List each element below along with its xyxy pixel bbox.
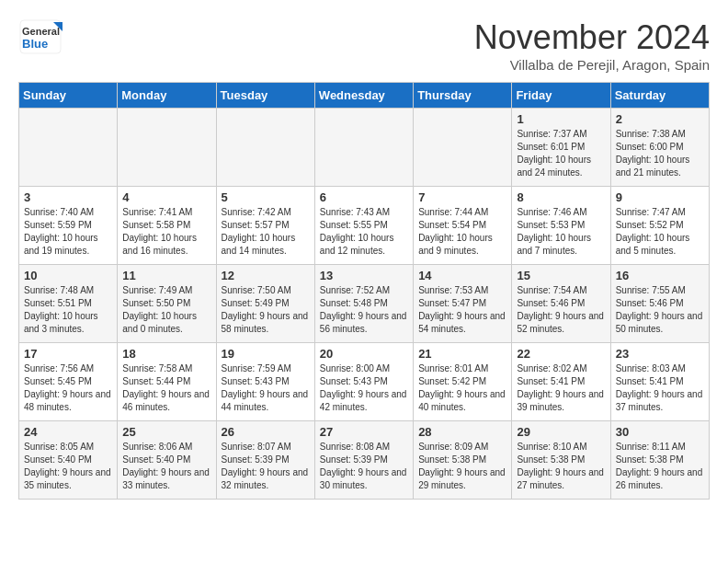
day-info: Sunrise: 8:08 AM Sunset: 5:39 PM Dayligh… [320, 441, 408, 492]
page-header: General Blue November 2024 Villalba de P… [18, 18, 710, 73]
weekday-header-monday: Monday [118, 83, 216, 109]
day-number: 28 [418, 425, 506, 439]
day-info: Sunrise: 8:10 AM Sunset: 5:38 PM Dayligh… [517, 441, 605, 492]
weekday-header-wednesday: Wednesday [314, 83, 413, 109]
day-info: Sunrise: 8:00 AM Sunset: 5:43 PM Dayligh… [320, 362, 408, 414]
calendar-cell-w4-d1: 17Sunrise: 7:56 AM Sunset: 5:45 PM Dayli… [19, 343, 118, 421]
weekday-header-friday: Friday [512, 83, 610, 109]
calendar-cell-w4-d5: 21Sunrise: 8:01 AM Sunset: 5:42 PM Dayli… [414, 343, 512, 421]
day-number: 25 [122, 425, 210, 439]
calendar-cell-w5-d2: 25Sunrise: 8:06 AM Sunset: 5:40 PM Dayli… [118, 421, 216, 500]
day-number: 8 [517, 190, 605, 204]
calendar-cell-w2-d6: 8Sunrise: 7:46 AM Sunset: 5:53 PM Daylig… [512, 187, 610, 265]
day-info: Sunrise: 7:44 AM Sunset: 5:54 PM Dayligh… [418, 206, 506, 258]
weekday-header-thursday: Thursday [414, 83, 512, 109]
day-info: Sunrise: 7:47 AM Sunset: 5:52 PM Dayligh… [616, 206, 704, 258]
weekday-header-sunday: Sunday [19, 83, 118, 109]
calendar-cell-w3-d2: 11Sunrise: 7:49 AM Sunset: 5:50 PM Dayli… [118, 265, 216, 343]
calendar-cell-w5-d3: 26Sunrise: 8:07 AM Sunset: 5:39 PM Dayli… [216, 421, 314, 500]
title-section: November 2024 Villalba de Perejil, Arago… [474, 18, 710, 73]
calendar-cell-w2-d4: 6Sunrise: 7:43 AM Sunset: 5:55 PM Daylig… [314, 187, 413, 265]
calendar-cell-w1-d3 [216, 109, 314, 187]
day-info: Sunrise: 7:48 AM Sunset: 5:51 PM Dayligh… [24, 284, 112, 336]
weekday-header-tuesday: Tuesday [216, 83, 314, 109]
svg-text:General: General [22, 26, 60, 37]
calendar-cell-w5-d6: 29Sunrise: 8:10 AM Sunset: 5:38 PM Dayli… [512, 421, 610, 500]
month-title: November 2024 [474, 18, 710, 57]
day-info: Sunrise: 7:50 AM Sunset: 5:49 PM Dayligh… [222, 284, 310, 336]
day-info: Sunrise: 7:38 AM Sunset: 6:00 PM Dayligh… [616, 128, 704, 179]
day-number: 7 [418, 190, 506, 204]
svg-text:Blue: Blue [22, 37, 48, 51]
day-info: Sunrise: 7:37 AM Sunset: 6:01 PM Dayligh… [517, 128, 605, 179]
day-number: 21 [418, 347, 506, 361]
calendar-header: SundayMondayTuesdayWednesdayThursdayFrid… [19, 83, 710, 109]
day-info: Sunrise: 7:40 AM Sunset: 5:59 PM Dayligh… [24, 206, 112, 258]
weekday-header-saturday: Saturday [610, 83, 709, 109]
day-info: Sunrise: 8:01 AM Sunset: 5:42 PM Dayligh… [418, 362, 506, 414]
calendar-cell-w4-d4: 20Sunrise: 8:00 AM Sunset: 5:43 PM Dayli… [314, 343, 413, 421]
day-number: 15 [517, 269, 605, 282]
calendar-cell-w1-d2 [118, 109, 216, 187]
calendar-cell-w3-d3: 12Sunrise: 7:50 AM Sunset: 5:49 PM Dayli… [216, 265, 314, 343]
day-number: 5 [222, 190, 310, 204]
calendar-cell-w1-d6: 1Sunrise: 7:37 AM Sunset: 6:01 PM Daylig… [512, 109, 610, 187]
day-number: 6 [320, 190, 408, 204]
calendar-body: 1Sunrise: 7:37 AM Sunset: 6:01 PM Daylig… [19, 109, 710, 500]
calendar-cell-w1-d5 [414, 109, 512, 187]
calendar-week-row-2: 3Sunrise: 7:40 AM Sunset: 5:59 PM Daylig… [19, 187, 710, 265]
calendar-cell-w2-d5: 7Sunrise: 7:44 AM Sunset: 5:54 PM Daylig… [414, 187, 512, 265]
day-number: 23 [616, 347, 704, 361]
day-number: 22 [517, 347, 605, 361]
calendar-table: SundayMondayTuesdayWednesdayThursdayFrid… [18, 82, 710, 500]
day-info: Sunrise: 7:43 AM Sunset: 5:55 PM Dayligh… [320, 206, 408, 258]
day-number: 3 [24, 190, 112, 204]
calendar-cell-w2-d3: 5Sunrise: 7:42 AM Sunset: 5:57 PM Daylig… [216, 187, 314, 265]
day-info: Sunrise: 8:07 AM Sunset: 5:39 PM Dayligh… [222, 441, 310, 492]
day-number: 17 [24, 347, 112, 361]
day-number: 10 [24, 269, 112, 282]
calendar-cell-w2-d2: 4Sunrise: 7:41 AM Sunset: 5:58 PM Daylig… [118, 187, 216, 265]
day-number: 1 [517, 112, 605, 126]
calendar-cell-w3-d7: 16Sunrise: 7:55 AM Sunset: 5:46 PM Dayli… [610, 265, 709, 343]
day-info: Sunrise: 7:49 AM Sunset: 5:50 PM Dayligh… [122, 284, 210, 336]
calendar-cell-w5-d1: 24Sunrise: 8:05 AM Sunset: 5:40 PM Dayli… [19, 421, 118, 500]
calendar-cell-w3-d5: 14Sunrise: 7:53 AM Sunset: 5:47 PM Dayli… [414, 265, 512, 343]
calendar-cell-w3-d4: 13Sunrise: 7:52 AM Sunset: 5:48 PM Dayli… [314, 265, 413, 343]
day-info: Sunrise: 7:46 AM Sunset: 5:53 PM Dayligh… [517, 206, 605, 258]
day-number: 11 [122, 269, 210, 282]
day-number: 20 [320, 347, 408, 361]
day-number: 19 [222, 347, 310, 361]
day-info: Sunrise: 8:06 AM Sunset: 5:40 PM Dayligh… [122, 441, 210, 492]
day-info: Sunrise: 7:52 AM Sunset: 5:48 PM Dayligh… [320, 284, 408, 336]
day-info: Sunrise: 7:59 AM Sunset: 5:43 PM Dayligh… [222, 362, 310, 414]
calendar-cell-w1-d7: 2Sunrise: 7:38 AM Sunset: 6:00 PM Daylig… [610, 109, 709, 187]
calendar-cell-w3-d1: 10Sunrise: 7:48 AM Sunset: 5:51 PM Dayli… [19, 265, 118, 343]
day-info: Sunrise: 8:02 AM Sunset: 5:41 PM Dayligh… [517, 362, 605, 414]
day-info: Sunrise: 7:54 AM Sunset: 5:46 PM Dayligh… [517, 284, 605, 336]
day-number: 16 [616, 269, 704, 282]
calendar-cell-w4-d2: 18Sunrise: 7:58 AM Sunset: 5:44 PM Dayli… [118, 343, 216, 421]
day-info: Sunrise: 8:05 AM Sunset: 5:40 PM Dayligh… [24, 441, 112, 492]
day-number: 24 [24, 425, 112, 439]
location-subtitle: Villalba de Perejil, Aragon, Spain [474, 57, 710, 73]
calendar-cell-w1-d1 [19, 109, 118, 187]
calendar-cell-w4-d6: 22Sunrise: 8:02 AM Sunset: 5:41 PM Dayli… [512, 343, 610, 421]
day-info: Sunrise: 7:41 AM Sunset: 5:58 PM Dayligh… [122, 206, 210, 258]
day-info: Sunrise: 7:42 AM Sunset: 5:57 PM Dayligh… [222, 206, 310, 258]
calendar-cell-w2-d1: 3Sunrise: 7:40 AM Sunset: 5:59 PM Daylig… [19, 187, 118, 265]
calendar-cell-w5-d5: 28Sunrise: 8:09 AM Sunset: 5:38 PM Dayli… [414, 421, 512, 500]
weekday-header-row: SundayMondayTuesdayWednesdayThursdayFrid… [19, 83, 710, 109]
calendar-week-row-3: 10Sunrise: 7:48 AM Sunset: 5:51 PM Dayli… [19, 265, 710, 343]
day-info: Sunrise: 7:55 AM Sunset: 5:46 PM Dayligh… [616, 284, 704, 336]
day-number: 29 [517, 425, 605, 439]
day-number: 13 [320, 269, 408, 282]
calendar-week-row-1: 1Sunrise: 7:37 AM Sunset: 6:01 PM Daylig… [19, 109, 710, 187]
calendar-week-row-4: 17Sunrise: 7:56 AM Sunset: 5:45 PM Dayli… [19, 343, 710, 421]
calendar-cell-w4-d3: 19Sunrise: 7:59 AM Sunset: 5:43 PM Dayli… [216, 343, 314, 421]
calendar-cell-w1-d4 [314, 109, 413, 187]
logo-svg: General Blue [18, 18, 64, 55]
day-info: Sunrise: 7:58 AM Sunset: 5:44 PM Dayligh… [122, 362, 210, 414]
calendar-week-row-5: 24Sunrise: 8:05 AM Sunset: 5:40 PM Dayli… [19, 421, 710, 500]
day-number: 27 [320, 425, 408, 439]
